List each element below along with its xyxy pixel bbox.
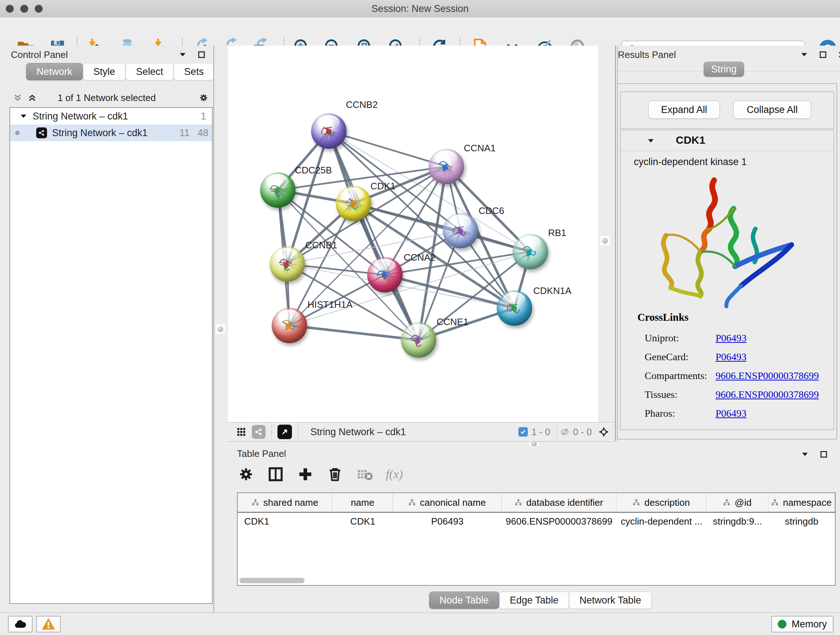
string-results-container: Expand All Collapse All CDK1 cyclin-depe… bbox=[617, 83, 837, 440]
hidden-counts: 0 - 0 bbox=[573, 426, 592, 438]
results-panel-title: Results Panel bbox=[618, 49, 676, 60]
delete-table-icon[interactable] bbox=[355, 465, 374, 483]
crosslink-link[interactable]: P06493 bbox=[715, 408, 747, 419]
collection-label: String Network – cdk1 bbox=[33, 111, 128, 122]
crosslink-link[interactable]: P06493 bbox=[715, 333, 747, 344]
collapse-all-button[interactable]: Collapse All bbox=[733, 101, 811, 119]
memory-button[interactable]: Memory bbox=[771, 616, 834, 632]
status-bar: Memory bbox=[0, 613, 840, 635]
crosslink-label: GeneCard: bbox=[645, 351, 715, 363]
column-header-canonical-name[interactable]: canonical name bbox=[393, 493, 502, 512]
gene-collapse-caret-icon[interactable] bbox=[647, 137, 655, 145]
network-node-CDC6[interactable] bbox=[443, 213, 478, 249]
network-node-CCNB2[interactable] bbox=[311, 113, 347, 149]
column-header-description[interactable]: description bbox=[616, 493, 707, 512]
network-node-RB1[interactable] bbox=[513, 234, 548, 269]
column-header-label: database identifier bbox=[526, 497, 603, 508]
column-header-name[interactable]: name bbox=[332, 493, 393, 512]
network-edge-HIST1H1A-CCNE1[interactable] bbox=[289, 325, 418, 340]
table-cell[interactable]: P06493 bbox=[393, 513, 502, 530]
tab-style[interactable]: Style bbox=[83, 63, 126, 80]
panel-menu-icon[interactable] bbox=[178, 50, 187, 59]
tab-select[interactable]: Select bbox=[126, 63, 174, 80]
expand-all-button[interactable]: Expand All bbox=[648, 101, 720, 119]
delete-column-icon[interactable] bbox=[326, 465, 344, 483]
create-column-icon[interactable] bbox=[296, 465, 314, 483]
float-panel-icon[interactable] bbox=[818, 50, 828, 59]
title-bar: Session: New Session bbox=[0, 0, 840, 18]
left-splitter-handle[interactable] bbox=[216, 325, 225, 334]
tab-string[interactable]: String bbox=[704, 62, 744, 77]
network-node-count: 11 bbox=[180, 127, 189, 139]
warning-status-icon[interactable] bbox=[36, 616, 61, 632]
toolbar-separator bbox=[271, 424, 272, 439]
open-in-window-icon[interactable] bbox=[278, 424, 292, 439]
table-cell[interactable]: 9606.ENSP00000378699 bbox=[502, 513, 616, 530]
network-node-CCNA1[interactable] bbox=[429, 149, 464, 184]
network-type-icon bbox=[36, 127, 47, 138]
birds-eye-view-icon[interactable] bbox=[599, 427, 608, 437]
cloud-status-icon[interactable] bbox=[8, 616, 33, 632]
protein-structure-thumbnail bbox=[406, 328, 429, 351]
close-panel-icon[interactable] bbox=[838, 450, 840, 459]
tab-network[interactable]: Network bbox=[26, 63, 83, 80]
crosslink-link[interactable]: 9606.ENSP00000378699 bbox=[715, 370, 819, 382]
selected-nodes-checkbox-icon[interactable] bbox=[518, 427, 528, 437]
float-panel-icon[interactable] bbox=[197, 50, 206, 59]
network-canvas[interactable]: CCNB2CCNA1CDC25BCDK1CDC6RB1CCNB1CCNA2CDK… bbox=[228, 46, 599, 422]
network-options-gear-icon[interactable] bbox=[199, 93, 208, 103]
network-view-toolbar: String Network – cdk1 1 - 0 0 - 0 bbox=[228, 422, 615, 442]
tab-node-table[interactable]: Node Table bbox=[429, 592, 499, 609]
toolbar-separator bbox=[298, 424, 298, 439]
collection-count: 1 bbox=[201, 111, 206, 122]
collection-expand-caret-icon[interactable] bbox=[19, 112, 27, 120]
network-collection-row[interactable]: String Network – cdk1 1 bbox=[10, 108, 212, 125]
protein-structure-thumbnail bbox=[372, 263, 395, 286]
table-options-gear-icon[interactable] bbox=[237, 465, 255, 483]
network-node-CDK1[interactable] bbox=[336, 186, 371, 221]
tab-sets[interactable]: Sets bbox=[174, 63, 214, 80]
right-splitter-handle[interactable] bbox=[600, 236, 609, 245]
table-cell[interactable]: stringdb bbox=[768, 513, 835, 530]
column-header--id[interactable]: @id bbox=[706, 493, 768, 512]
network-node-CCNB1[interactable] bbox=[270, 246, 305, 282]
tab-network-table[interactable]: Network Table bbox=[569, 592, 652, 609]
column-header-namespace[interactable]: namespace bbox=[768, 493, 835, 512]
node-label-CDKN1A: CDKN1A bbox=[533, 285, 571, 296]
table-horizontal-scrollbar[interactable] bbox=[240, 578, 305, 583]
table-cell[interactable]: CDK1 bbox=[333, 513, 393, 530]
column-header-database-identifier[interactable]: database identifier bbox=[502, 493, 616, 512]
node-label-CCNB1: CCNB1 bbox=[305, 240, 337, 251]
crosslink-link[interactable]: 9606.ENSP00000378699 bbox=[715, 389, 819, 401]
hidden-eye-icon bbox=[560, 427, 569, 437]
share-view-icon[interactable] bbox=[252, 425, 265, 439]
network-node-CCNA2[interactable] bbox=[367, 257, 403, 293]
network-node-CDKN1A[interactable] bbox=[497, 290, 532, 326]
float-panel-icon[interactable] bbox=[819, 450, 829, 459]
function-builder-icon[interactable]: f(x) bbox=[385, 465, 403, 483]
table-row[interactable]: CDK1CDK1P064939606.ENSP00000378699cyclin… bbox=[238, 513, 835, 530]
crosslink-label: Tissues: bbox=[645, 389, 715, 401]
show-columns-icon[interactable] bbox=[267, 465, 285, 483]
panel-menu-icon[interactable] bbox=[799, 50, 809, 59]
grid-view-icon[interactable] bbox=[237, 427, 246, 437]
network-row[interactable]: String Network – cdk1 11 48 bbox=[10, 125, 212, 141]
network-node-CDC25B[interactable] bbox=[260, 172, 295, 208]
node-label-HIST1H1A: HIST1H1A bbox=[308, 299, 352, 310]
crosslink-link[interactable]: P06493 bbox=[715, 351, 747, 363]
gene-section-header[interactable]: CDK1 bbox=[621, 130, 834, 151]
table-cell[interactable]: stringdb:9... bbox=[706, 513, 768, 530]
table-cell[interactable]: CDK1 bbox=[238, 513, 333, 530]
table-cell[interactable]: cyclin-dependent ... bbox=[616, 513, 707, 530]
network-node-HIST1H1A[interactable] bbox=[272, 308, 307, 343]
network-node-CCNE1[interactable] bbox=[401, 322, 436, 358]
close-panel-icon[interactable] bbox=[837, 50, 840, 59]
column-header-shared-name[interactable]: shared name bbox=[238, 493, 332, 512]
toolbar-separator bbox=[557, 424, 557, 439]
panel-menu-icon[interactable] bbox=[800, 450, 810, 459]
protein-structure-thumbnail bbox=[316, 119, 339, 142]
table-toolbar: f(x) bbox=[237, 463, 403, 485]
tab-edge-table[interactable]: Edge Table bbox=[499, 592, 569, 609]
application-window: Session: New Session bbox=[0, 0, 840, 635]
protein-structure-thumbnail bbox=[276, 314, 300, 337]
